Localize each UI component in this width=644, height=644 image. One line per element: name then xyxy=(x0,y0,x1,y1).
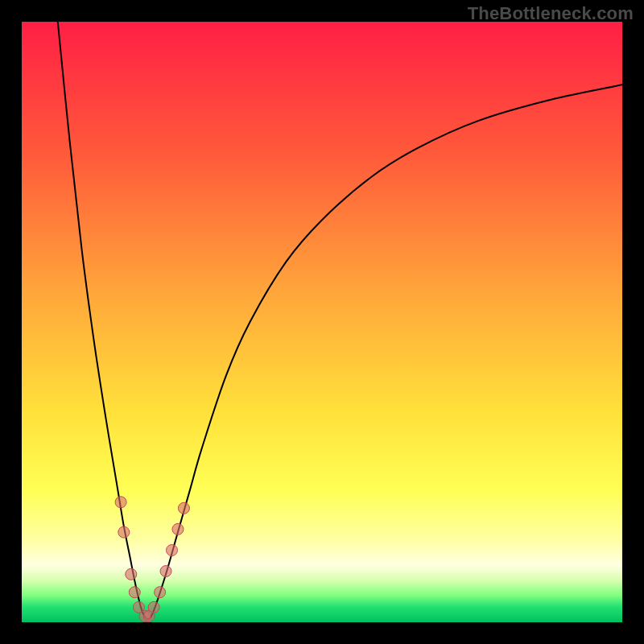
curve-layer xyxy=(22,22,622,622)
data-marker xyxy=(115,497,126,508)
data-marker xyxy=(118,526,130,538)
data-marker xyxy=(167,544,178,555)
data-marker xyxy=(126,568,137,580)
data-marker xyxy=(155,587,166,598)
bottleneck-curve xyxy=(58,22,622,619)
data-marker xyxy=(160,566,171,577)
plot-area xyxy=(22,22,622,622)
outer-frame: TheBottleneck.com xyxy=(0,0,644,644)
data-marker xyxy=(129,587,140,598)
watermark-text: TheBottleneck.com xyxy=(468,3,634,24)
data-marker xyxy=(172,523,184,535)
data-marker xyxy=(148,601,159,613)
plot-inner xyxy=(22,22,622,622)
data-marker xyxy=(178,502,189,514)
